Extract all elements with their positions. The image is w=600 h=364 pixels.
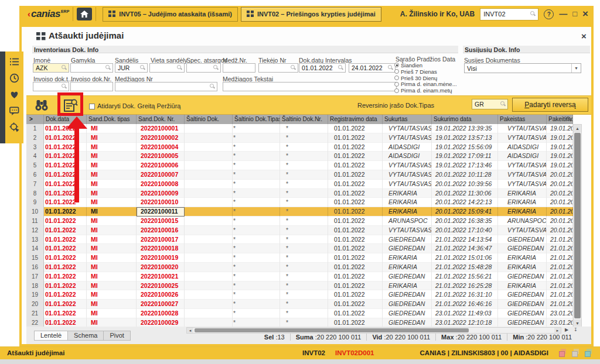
quickview-checkbox[interactable] bbox=[89, 104, 95, 109]
vertical-scrollbar[interactable]: ▲ ▼ bbox=[573, 124, 582, 328]
horizontal-scrollbar-thumb[interactable] bbox=[195, 328, 469, 332]
magnifier-icon[interactable] bbox=[291, 65, 296, 71]
table-row[interactable]: 2001.01.2022MI20220100027**01.01.2022GIE… bbox=[26, 300, 573, 309]
table-row[interactable]: 501.01.2022MI20220100006**01.01.2022VYTA… bbox=[26, 161, 573, 170]
date-to-input[interactable] bbox=[350, 64, 388, 72]
table-row[interactable]: 1101.01.2022MI20220100015**01.01.2022ARU… bbox=[26, 217, 573, 226]
table-row[interactable]: 701.01.2022MI20220100008**01.01.2022VYTA… bbox=[26, 180, 573, 189]
reversal-type-input[interactable] bbox=[473, 100, 500, 108]
date-to-field[interactable] bbox=[349, 63, 396, 73]
table-row[interactable]: 1401.01.2022MI20220100018**01.01.2022GIE… bbox=[26, 244, 573, 253]
table-row[interactable]: 1001.01.2022MI20220100011**01.01.2022ERI… bbox=[26, 207, 573, 217]
table-row[interactable]: 1901.01.2022MI20220100026**01.01.2022GIE… bbox=[26, 290, 573, 300]
tab-invt02[interactable]: INVT02 – Priešingos krypties judėjimai bbox=[241, 7, 381, 22]
module-search-input[interactable] bbox=[482, 10, 530, 18]
clock-icon[interactable] bbox=[8, 72, 21, 84]
filter-field[interactable] bbox=[223, 82, 397, 91]
filter-input[interactable] bbox=[117, 83, 210, 91]
table-row[interactable]: 1601.01.2022MI20220100020**01.01.2022ERI… bbox=[26, 263, 573, 272]
column-header[interactable]: Sand.Dok. Nr. bbox=[137, 115, 185, 124]
column-header[interactable]: Sukurimo data bbox=[432, 115, 498, 124]
magnifier-icon[interactable] bbox=[62, 84, 67, 90]
table-row[interactable]: 101.01.2022MI20220100001**01.01.2022VYTA… bbox=[26, 124, 573, 133]
magnifier-icon[interactable] bbox=[62, 65, 67, 71]
target-icon[interactable] bbox=[8, 121, 21, 133]
list-icon[interactable] bbox=[8, 56, 21, 68]
filter-input[interactable] bbox=[35, 83, 62, 91]
tab-invt05[interactable]: INVT05 – Judėjimo ataskaita (išsami) bbox=[103, 7, 238, 22]
scroll-left-button[interactable]: ◄ bbox=[187, 328, 193, 333]
date-from-field[interactable] bbox=[299, 63, 346, 73]
filter-field[interactable] bbox=[33, 63, 69, 73]
view-tab-pivot[interactable]: Pivot bbox=[104, 331, 130, 341]
filter-field[interactable] bbox=[149, 63, 185, 73]
column-header[interactable]: Sukurtas bbox=[383, 115, 432, 124]
column-header[interactable]: Šaltinio Dok.Nr. bbox=[280, 115, 328, 124]
magnifier-icon[interactable] bbox=[105, 65, 111, 71]
table-row[interactable]: 201.01.2022MI20220100002**01.01.2022VYTA… bbox=[26, 133, 573, 143]
search-records-button[interactable] bbox=[34, 99, 49, 112]
magnifier-icon[interactable] bbox=[210, 84, 216, 90]
magnifier-icon[interactable] bbox=[338, 65, 344, 71]
module-search-box[interactable] bbox=[480, 8, 538, 20]
filter-input[interactable] bbox=[224, 83, 395, 91]
magnifier-icon[interactable] bbox=[177, 65, 183, 71]
filter-input[interactable] bbox=[151, 64, 177, 72]
column-header[interactable]: > bbox=[26, 115, 44, 124]
filter-field[interactable] bbox=[70, 63, 113, 73]
column-header[interactable]: Šaltinio Dok. bbox=[185, 115, 233, 124]
radio-button[interactable] bbox=[394, 69, 399, 74]
home-button[interactable] bbox=[77, 8, 92, 20]
heart-icon[interactable] bbox=[8, 88, 21, 101]
view-tab-schema[interactable]: Schema bbox=[68, 331, 104, 341]
scroll-up-button[interactable]: ▲ bbox=[574, 125, 581, 132]
column-header[interactable]: Šaltinio Dok.Tipas bbox=[233, 115, 280, 124]
quick-view-button[interactable] bbox=[62, 97, 79, 114]
filter-input[interactable] bbox=[72, 83, 111, 91]
filter-field[interactable] bbox=[258, 63, 298, 73]
magnifier-icon[interactable] bbox=[388, 65, 394, 71]
magnifier-icon[interactable] bbox=[500, 101, 506, 107]
make-reversal-button[interactable]: Padaryti reversą bbox=[512, 98, 588, 112]
table-row[interactable]: 601.01.2022MI20220100007**01.01.2022VYTA… bbox=[26, 170, 573, 180]
radio-option[interactable]: Šiandien bbox=[394, 62, 471, 68]
filter-input[interactable] bbox=[117, 64, 140, 72]
filter-field[interactable] bbox=[186, 63, 221, 73]
column-header[interactable]: Sand.Dok. tipas bbox=[87, 115, 137, 124]
filter-input[interactable] bbox=[224, 64, 254, 72]
status-icon-teal[interactable] bbox=[585, 349, 593, 357]
filter-input[interactable] bbox=[188, 64, 213, 72]
column-search-icon[interactable] bbox=[566, 116, 572, 122]
table-row[interactable]: 901.01.2022MI20220100010**01.01.2022ERIK… bbox=[26, 198, 573, 207]
sidebar-handle[interactable] bbox=[0, 51, 5, 143]
filter-input[interactable] bbox=[72, 64, 105, 72]
radio-button[interactable] bbox=[394, 82, 399, 87]
table-row[interactable]: 2101.01.2022MI20220100028**01.01.2022GIE… bbox=[26, 309, 573, 318]
vertical-scrollbar-thumb[interactable] bbox=[574, 133, 581, 318]
next-record-icon[interactable]: ▶ bbox=[565, 327, 568, 332]
table-row[interactable]: 1201.01.2022MI20220100016**01.01.2022VYT… bbox=[26, 226, 573, 235]
filter-field[interactable] bbox=[115, 82, 217, 91]
radio-option[interactable]: Prieš 30 Dienų bbox=[394, 75, 471, 81]
column-header[interactable]: Pakeistas bbox=[498, 115, 547, 124]
filter-field[interactable] bbox=[70, 82, 113, 91]
maximize-button[interactable]: □ bbox=[572, 10, 577, 18]
magnifier-icon[interactable] bbox=[213, 65, 219, 71]
radio-option[interactable]: Pirma d. einam.metų bbox=[394, 87, 471, 94]
column-header[interactable]: Registravimo data bbox=[328, 115, 383, 124]
table-row[interactable]: 301.01.2022MI20220100004**01.01.2022AIDA… bbox=[26, 143, 573, 152]
table-row[interactable]: 1301.01.2022MI20220100017**01.01.2022GIE… bbox=[26, 235, 573, 245]
radio-option[interactable]: Pirma d. einan.mėne... bbox=[394, 81, 471, 87]
table-row[interactable]: 1701.01.2022MI20220100021**01.01.2022GIE… bbox=[26, 272, 573, 281]
view-tab-lentelė[interactable]: Lentelė bbox=[34, 331, 68, 341]
horizontal-scrollbar[interactable]: ◄ ► bbox=[186, 327, 561, 334]
filter-field[interactable] bbox=[115, 63, 148, 73]
date-from-input[interactable] bbox=[301, 64, 338, 72]
radio-button[interactable] bbox=[394, 75, 399, 80]
last-record-icon[interactable]: ↧ bbox=[574, 327, 578, 332]
filter-input[interactable] bbox=[260, 64, 291, 72]
filter-field[interactable] bbox=[33, 82, 69, 91]
status-icon-pink[interactable] bbox=[559, 349, 567, 357]
table-row[interactable]: 401.01.2022MI20220100005**01.01.2022AIDA… bbox=[26, 152, 573, 161]
reversal-type-field[interactable] bbox=[472, 99, 508, 109]
